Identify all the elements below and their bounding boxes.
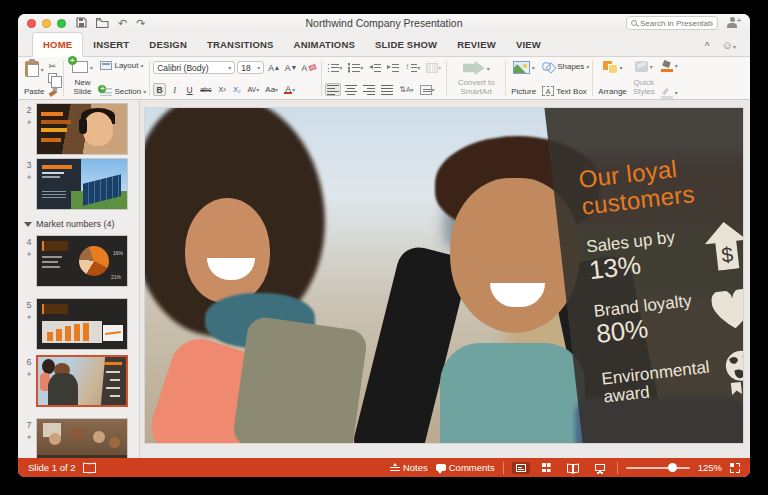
subscript-button[interactable]: X₂ xyxy=(230,83,243,96)
format-painter-icon[interactable] xyxy=(48,86,58,96)
tab-slide-show[interactable]: SLIDE SHOW xyxy=(365,33,447,56)
align-right-button[interactable] xyxy=(361,83,377,96)
paste-clipboard-icon xyxy=(25,61,39,77)
shape-outline-button[interactable]: ▾ xyxy=(661,88,678,96)
reading-view-button[interactable] xyxy=(563,462,583,474)
bullets-button[interactable]: ▾ xyxy=(325,61,344,74)
underline-button[interactable]: U xyxy=(183,83,196,96)
change-case-button[interactable]: Aa▾ xyxy=(263,83,280,96)
decrease-font-button[interactable]: A xyxy=(283,61,298,74)
paste-button[interactable]: ▾ Paste xyxy=(22,60,46,97)
title-bar: ↶ ↷ Northwind Company Presentation + xyxy=(18,14,750,33)
notes-button[interactable]: Notes xyxy=(390,462,428,473)
slide-thumbnail-7[interactable] xyxy=(36,418,128,458)
copy-icon[interactable] xyxy=(48,73,57,83)
notes-icon xyxy=(390,464,400,472)
slide-number: 2 xyxy=(24,105,34,115)
line-spacing-button[interactable]: ▾ xyxy=(403,61,422,74)
smartart-group: ▾ Convert to SmartArt xyxy=(450,60,502,97)
pie-chart-mini xyxy=(79,246,109,276)
align-center-button[interactable] xyxy=(343,83,359,96)
clear-formatting-button[interactable]: A xyxy=(300,61,319,74)
text-box-button[interactable]: AText Box xyxy=(542,86,589,96)
slide-title: Our loyal customers xyxy=(577,150,722,220)
normal-view-button[interactable] xyxy=(512,462,530,474)
tab-design[interactable]: DESIGN xyxy=(139,33,197,56)
new-slide-button[interactable]: ▾ New Slide xyxy=(67,60,97,97)
dollar-arrow-icon: $ xyxy=(703,219,743,271)
justify-button[interactable] xyxy=(379,83,395,96)
reading-view-icon xyxy=(567,464,579,472)
share-person-icon[interactable]: + xyxy=(727,17,740,29)
picture-icon xyxy=(513,61,530,74)
fit-to-window-icon[interactable] xyxy=(730,463,740,473)
arrange-group: ▾ Arrange ▾ Quick Styles ▾ ▾ xyxy=(596,60,677,97)
current-slide-canvas[interactable]: Our loyal customers Sales up by 13% $ xyxy=(145,108,743,443)
slide-thumbnail-2[interactable] xyxy=(36,103,128,155)
slide-sorter-view-button[interactable] xyxy=(538,461,555,474)
tab-insert[interactable]: INSERT xyxy=(83,33,139,56)
slide-thumbnail-4[interactable]: 16% 21% xyxy=(36,235,128,287)
font-color-button[interactable]: A▾ xyxy=(282,83,297,96)
bold-button[interactable]: B xyxy=(153,83,166,96)
align-left-button[interactable] xyxy=(325,83,341,96)
tab-transitions[interactable]: TRANSITIONS xyxy=(197,33,284,56)
search-box[interactable] xyxy=(626,16,718,30)
convert-smartart-button[interactable]: ▾ Convert to SmartArt xyxy=(450,60,502,97)
section-button[interactable]: Section▾ xyxy=(100,87,146,96)
text-direction-button[interactable]: ⇅A▾ xyxy=(397,83,415,96)
zoom-slider-handle[interactable] xyxy=(668,463,677,472)
slide-number: 7 xyxy=(24,420,34,430)
slide-thumbnail-5[interactable] xyxy=(36,298,128,350)
comments-button[interactable]: Comments xyxy=(436,462,495,473)
stats-panel[interactable]: Our loyal customers Sales up by 13% $ xyxy=(542,108,743,443)
collapse-ribbon-icon[interactable]: ^ xyxy=(704,40,709,50)
layout-button[interactable]: Layout▾ xyxy=(100,61,146,70)
screen: ↶ ↷ Northwind Company Presentation + HOM… xyxy=(0,0,768,495)
shapes-icon xyxy=(542,61,555,71)
insert-group: ▾ Picture Shapes▾ AText Box xyxy=(509,60,589,97)
slideshow-view-button[interactable] xyxy=(591,462,609,473)
strikethrough-button[interactable]: abc xyxy=(198,83,213,96)
new-slide-icon xyxy=(72,61,88,73)
globe-award-icon xyxy=(719,347,743,397)
font-size-select[interactable]: 18▾ xyxy=(237,61,264,74)
decrease-indent-button[interactable] xyxy=(367,61,383,74)
feedback-smiley-icon[interactable]: ☺▾ xyxy=(722,39,736,51)
zoom-slider[interactable] xyxy=(626,467,690,469)
tab-review[interactable]: REVIEW xyxy=(447,33,506,56)
powerpoint-window: ↶ ↷ Northwind Company Presentation + HOM… xyxy=(18,14,750,477)
stat-sales: Sales up by 13% $ xyxy=(585,219,743,285)
tab-animations[interactable]: ANIMATIONS xyxy=(284,33,365,56)
text-box-icon: A xyxy=(542,86,554,96)
tab-home[interactable]: HOME xyxy=(32,32,83,57)
tab-view[interactable]: VIEW xyxy=(506,33,551,56)
heart-icon xyxy=(710,288,743,331)
picture-button[interactable]: ▾ Picture xyxy=(509,60,538,97)
slide-thumbnail-3[interactable] xyxy=(36,158,128,210)
section-header[interactable]: Market numbers (4) xyxy=(24,219,115,229)
character-spacing-button[interactable]: AV▾ xyxy=(245,83,261,96)
font-name-select[interactable]: Calibri (Body)▾ xyxy=(153,61,235,74)
columns-button[interactable]: ▾ xyxy=(424,61,443,74)
cut-icon[interactable]: ✂ xyxy=(48,61,58,71)
slide-counter: Slide 1 of 2 xyxy=(28,462,76,473)
ribbon-tab-bar: HOME INSERT DESIGN TRANSITIONS ANIMATION… xyxy=(18,33,750,57)
search-input[interactable] xyxy=(640,19,713,28)
increase-font-button[interactable]: A xyxy=(266,61,281,74)
align-text-button[interactable]: ▾ xyxy=(418,83,437,96)
ribbon: ▾ Paste ✂ ▾ New Slide Layout▾ Section▾ xyxy=(18,57,750,100)
italic-button[interactable]: I xyxy=(168,83,181,96)
shape-fill-button[interactable]: ▾ xyxy=(661,61,678,69)
slide-thumbnail-6-selected[interactable] xyxy=(36,355,128,407)
numbering-button[interactable]: ▾ xyxy=(346,61,365,74)
arrange-button[interactable]: ▾ Arrange xyxy=(596,60,628,97)
comments-icon xyxy=(436,464,446,471)
superscript-button[interactable]: X² xyxy=(215,83,228,96)
thesaurus-book-icon[interactable] xyxy=(83,463,96,472)
outline-pen-icon xyxy=(661,88,673,96)
font-group: Calibri (Body)▾ 18▾ A A A B I U abc X² X… xyxy=(153,60,318,97)
quick-styles-button[interactable]: ▾ Quick Styles xyxy=(629,60,659,97)
shapes-button[interactable]: Shapes▾ xyxy=(542,61,589,71)
increase-indent-button[interactable] xyxy=(385,61,401,74)
